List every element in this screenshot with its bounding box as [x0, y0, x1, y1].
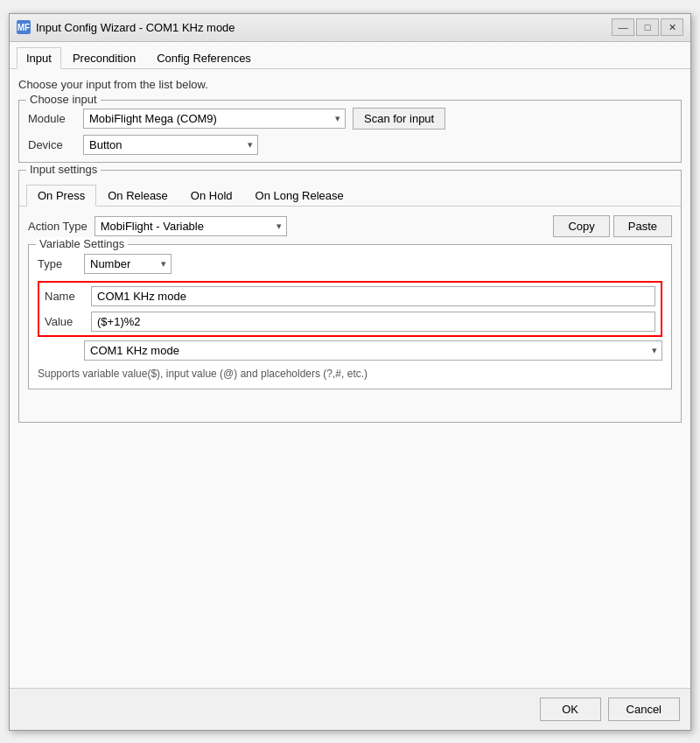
- value-input[interactable]: [91, 312, 655, 332]
- module-label: Module: [28, 112, 76, 125]
- title-bar: MF Input Config Wizard - COM1 KHz mode —…: [10, 14, 690, 42]
- app-icon: MF: [17, 20, 31, 34]
- value-label: Value: [45, 315, 84, 328]
- tab-content: Action Type MobiFlight - Variable Copy P…: [19, 207, 681, 398]
- scan-button[interactable]: Scan for input: [353, 108, 445, 130]
- main-window: MF Input Config Wizard - COM1 KHz mode —…: [9, 13, 691, 731]
- tab-on-hold[interactable]: On Hold: [179, 185, 244, 206]
- tab-config-references[interactable]: Config References: [147, 47, 261, 68]
- type-select[interactable]: Number: [84, 254, 172, 274]
- device-select-wrapper: Button: [83, 135, 258, 155]
- action-type-label: Action Type: [28, 220, 88, 233]
- variable-settings-group: Variable Settings Type Number: [28, 244, 672, 389]
- tab-on-press[interactable]: On Press: [26, 185, 96, 207]
- action-left: Action Type MobiFlight - Variable: [28, 216, 287, 236]
- action-type-row: Action Type MobiFlight - Variable Copy P…: [28, 215, 672, 237]
- action-type-select[interactable]: MobiFlight - Variable: [94, 216, 287, 236]
- tab-input[interactable]: Input: [17, 47, 61, 69]
- instruction-text: Choose your input from the list below.: [18, 76, 682, 93]
- name-dropdown-wrapper: COM1 KHz mode ▾: [84, 340, 662, 361]
- name-row: Name: [45, 286, 655, 306]
- action-type-select-wrapper: MobiFlight - Variable: [94, 216, 287, 236]
- name-select-full-row: Name COM1 KHz mode ▾: [38, 340, 662, 361]
- paste-button[interactable]: Paste: [613, 215, 672, 237]
- hint-text: Supports variable value($), input value …: [38, 368, 662, 380]
- cancel-button[interactable]: Cancel: [608, 697, 680, 721]
- name-value-highlight: Name Value: [38, 281, 662, 337]
- input-settings-title: Input settings: [26, 163, 101, 176]
- device-select[interactable]: Button: [83, 135, 258, 155]
- window-controls: — □ ✕: [612, 18, 683, 36]
- tab-on-release[interactable]: On Release: [96, 185, 179, 206]
- press-tabs: On Press On Release On Hold On Long Rele…: [19, 171, 681, 207]
- action-buttons: Copy Paste: [553, 215, 672, 237]
- name-dropdown[interactable]: COM1 KHz mode: [84, 340, 662, 361]
- input-settings-group: Input settings On Press On Release On Ho…: [18, 170, 682, 423]
- name-input[interactable]: [91, 286, 655, 306]
- variable-settings-title: Variable Settings: [36, 237, 128, 250]
- main-content: Choose your input from the list below. C…: [10, 69, 690, 688]
- module-row: Module MobiFlight Mega (COM9) Scan for i…: [28, 108, 672, 130]
- module-select[interactable]: MobiFlight Mega (COM9): [83, 109, 346, 129]
- type-row: Type Number: [38, 254, 662, 274]
- name-label: Name: [45, 290, 84, 303]
- bottom-bar: OK Cancel: [10, 688, 690, 730]
- module-select-wrapper: MobiFlight Mega (COM9): [83, 109, 346, 129]
- type-select-wrapper: Number: [84, 254, 172, 274]
- ok-button[interactable]: OK: [540, 697, 601, 721]
- menu-tabs: Input Precondition Config References: [10, 42, 690, 69]
- close-button[interactable]: ✕: [661, 18, 683, 36]
- tab-precondition[interactable]: Precondition: [63, 47, 145, 68]
- choose-input-title: Choose input: [26, 93, 101, 106]
- choose-input-group: Choose input Module MobiFlight Mega (COM…: [18, 100, 682, 163]
- value-row: Value: [45, 312, 655, 332]
- device-row: Device Button: [28, 135, 672, 155]
- minimize-button[interactable]: —: [612, 18, 634, 36]
- device-label: Device: [28, 138, 76, 151]
- copy-button[interactable]: Copy: [553, 215, 609, 237]
- tab-on-long-release[interactable]: On Long Release: [244, 185, 355, 206]
- title-bar-left: MF Input Config Wizard - COM1 KHz mode: [17, 20, 235, 34]
- type-label: Type: [38, 257, 77, 270]
- maximize-button[interactable]: □: [636, 18, 659, 36]
- window-title: Input Config Wizard - COM1 KHz mode: [36, 21, 235, 34]
